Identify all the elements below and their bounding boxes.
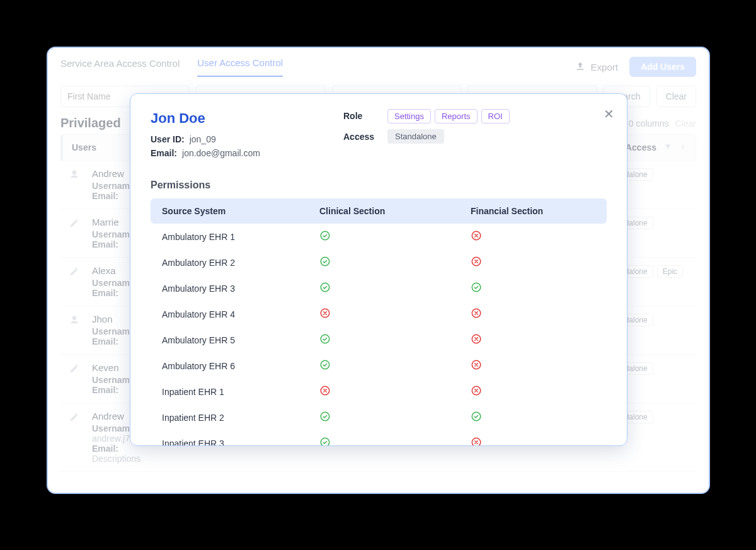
perm-source: Ambulatory EHR 2 bbox=[162, 258, 319, 268]
email-value: jon.doe@gmail.com bbox=[182, 148, 260, 158]
check-icon bbox=[319, 333, 331, 345]
cross-icon bbox=[319, 385, 331, 396]
app-window: Service Area Access Control User Access … bbox=[47, 47, 710, 494]
cross-icon bbox=[471, 333, 482, 345]
perm-source: Ambulatory EHR 1 bbox=[162, 232, 319, 242]
perm-source: Ambulatory EHR 5 bbox=[162, 335, 319, 345]
cross-icon bbox=[319, 307, 331, 319]
permission-row: Ambulatory EHR 6 bbox=[151, 353, 607, 379]
check-icon bbox=[319, 411, 331, 422]
modal-user-name: Jon Doe bbox=[151, 110, 308, 127]
permission-row: Inpatient EHR 1 bbox=[151, 379, 607, 404]
permission-row: Ambulatory EHR 2 bbox=[151, 249, 607, 275]
permission-row: Ambulatory EHR 1 bbox=[151, 224, 607, 249]
check-icon bbox=[471, 411, 482, 422]
permission-row: Ambulatory EHR 4 bbox=[151, 301, 607, 327]
cross-icon bbox=[471, 307, 482, 319]
user-detail-modal: ✕ Jon Doe User ID: jon_09 Email: jon.doe… bbox=[130, 93, 627, 446]
check-icon bbox=[471, 282, 482, 293]
role-tag: ROI bbox=[481, 109, 510, 123]
cross-icon bbox=[471, 385, 482, 396]
permissions-table-header: Source System Clinical Section Financial… bbox=[151, 198, 607, 224]
access-label: Access bbox=[343, 132, 380, 142]
permission-row: Ambulatory EHR 5 bbox=[151, 327, 607, 353]
role-tag: Settings bbox=[387, 109, 431, 123]
check-icon bbox=[319, 359, 331, 370]
perm-source: Inpatient EHR 3 bbox=[162, 438, 319, 447]
perm-col-financial: Financial Section bbox=[471, 206, 595, 216]
perm-source: Ambulatory EHR 4 bbox=[162, 309, 319, 319]
permission-row: Inpatient EHR 2 bbox=[151, 404, 607, 430]
email-label: Email: bbox=[151, 148, 177, 158]
cross-icon bbox=[471, 359, 482, 370]
cross-icon bbox=[471, 437, 482, 446]
perm-source: Inpatient EHR 1 bbox=[162, 387, 319, 397]
perm-source: Ambulatory EHR 6 bbox=[162, 361, 319, 371]
user-id-label: User ID: bbox=[151, 134, 185, 144]
check-icon bbox=[319, 282, 331, 293]
permissions-title: Permissions bbox=[151, 180, 607, 191]
permission-row: Inpatient EHR 3 bbox=[151, 430, 607, 446]
cross-icon bbox=[471, 230, 482, 241]
perm-source: Inpatient EHR 2 bbox=[162, 413, 319, 423]
access-value-tag: Standalone bbox=[387, 129, 444, 144]
perm-col-clinical: Clinical Section bbox=[319, 206, 471, 216]
permission-row: Ambulatory EHR 3 bbox=[151, 275, 607, 301]
check-icon bbox=[319, 437, 331, 446]
perm-source: Ambulatory EHR 3 bbox=[162, 284, 319, 294]
check-icon bbox=[319, 256, 331, 267]
user-id-value: jon_09 bbox=[190, 134, 216, 144]
check-icon bbox=[319, 230, 331, 241]
perm-col-source: Source System bbox=[162, 206, 319, 216]
cross-icon bbox=[471, 256, 482, 267]
close-icon[interactable]: ✕ bbox=[604, 106, 614, 122]
role-label: Role bbox=[343, 111, 380, 121]
role-tag: Reports bbox=[435, 109, 478, 123]
